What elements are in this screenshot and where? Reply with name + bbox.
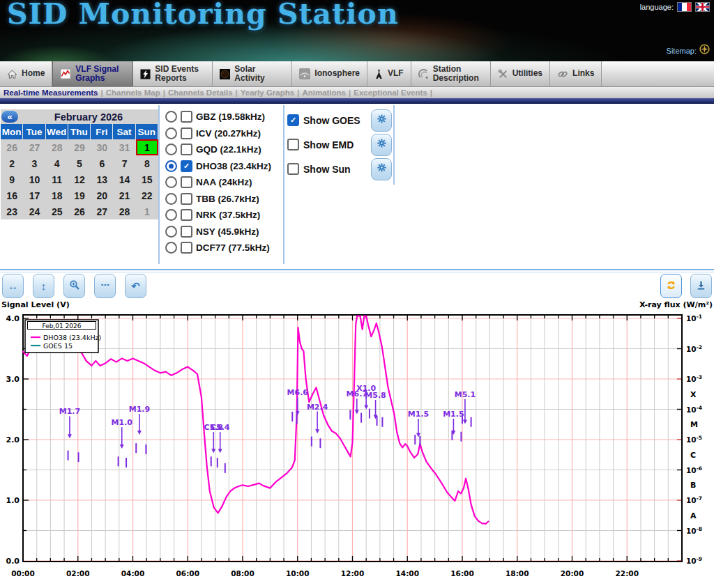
tab-label: VLF Signal Graphs [75, 65, 126, 83]
channel-label: ICV (20.27kHz) [196, 128, 261, 139]
calendar-prev-button[interactable]: « [1, 111, 18, 123]
tab-station-description[interactable]: Station Description [411, 61, 491, 86]
tab-utilities[interactable]: Utilities [491, 61, 550, 86]
show-emd-settings-button[interactable] [371, 134, 392, 156]
calendar-day[interactable]: 18 [46, 187, 68, 203]
channel-radio[interactable] [165, 144, 177, 155]
channel-radio[interactable] [165, 193, 177, 205]
calendar-day[interactable]: 5 [68, 155, 91, 171]
show-sun-settings-button[interactable] [371, 158, 392, 180]
channel-radio[interactable] [165, 209, 177, 221]
subnav-item-channels-map[interactable]: Channels Map [106, 88, 160, 97]
calendar-day[interactable]: 14 [113, 171, 135, 187]
calendar-day-header: Wed [46, 124, 68, 139]
show-sun-checkbox[interactable] [287, 163, 299, 175]
calendar-day[interactable]: 23 [1, 203, 23, 219]
calendar-day[interactable]: 13 [91, 171, 113, 187]
channel-radio[interactable] [165, 226, 177, 238]
svg-text:GOES 15: GOES 15 [43, 342, 73, 350]
subnav-item-channels-details[interactable]: Channels Details [168, 88, 233, 97]
channel-checkbox[interactable] [181, 226, 192, 238]
channel-checkbox[interactable] [181, 209, 192, 221]
calendar-day[interactable]: 3 [23, 155, 45, 171]
calendar-day[interactable]: 8 [136, 155, 158, 171]
calendar-day[interactable]: 4 [46, 155, 68, 171]
channel-radio[interactable] [165, 242, 177, 254]
tab-vlf[interactable]: VLF [367, 61, 411, 86]
calendar-day[interactable]: 21 [113, 187, 135, 203]
site-header: SID Monitoring Station language: Sitemap… [0, 0, 714, 61]
channel-checkbox[interactable]: ✓ [181, 160, 192, 172]
calendar: «February 2026MonTueWedThuFriSatSun26272… [1, 109, 158, 219]
calendar-day[interactable]: 28 [46, 139, 68, 155]
calendar-day[interactable]: 29 [68, 139, 91, 155]
calendar-day[interactable]: 6 [91, 155, 113, 171]
calendar-day-selected[interactable]: 1 [136, 139, 158, 155]
channel-label: GQD (22.1kHz) [196, 144, 261, 155]
refresh-button[interactable] [660, 274, 682, 298]
channel-radio[interactable] [165, 127, 177, 139]
subnav-item-exceptional-events[interactable]: Exceptional Events [354, 88, 427, 97]
tab-ionosphere[interactable]: Ionosphere [292, 61, 367, 86]
calendar-day[interactable]: 11 [46, 171, 68, 187]
calendar-day[interactable]: 19 [68, 187, 91, 203]
pan-vertical-button[interactable]: ↕ [33, 274, 54, 298]
show-goes-checkbox[interactable]: ✓ [287, 114, 299, 126]
subnav-separator: | [297, 88, 299, 97]
subnav-item-animations[interactable]: Animations [302, 88, 346, 97]
channel-radio[interactable] [165, 111, 177, 123]
svg-text:10-3: 10-3 [686, 374, 702, 383]
subnav-item-yearly-graphs[interactable]: Yearly Graphs [241, 88, 294, 97]
links-icon [557, 69, 568, 79]
channel-checkbox[interactable] [181, 242, 192, 254]
svg-text:00:00: 00:00 [11, 569, 34, 578]
channel-checkbox[interactable] [181, 144, 192, 155]
subnav-item-real-time-measurements[interactable]: Real-time Measurements [3, 88, 98, 97]
tab-solar-activity[interactable]: Solar Activity [213, 61, 292, 86]
sitemap-link[interactable]: Sitemap: [667, 44, 710, 57]
calendar-day[interactable]: 27 [91, 203, 113, 219]
calendar-day-headers: MonTueWedThuFriSatSun [1, 124, 158, 139]
undo-button[interactable]: ↶ [125, 274, 146, 298]
channel-checkbox[interactable] [181, 127, 192, 139]
calendar-day[interactable]: 15 [136, 171, 158, 187]
calendar-day[interactable]: 25 [46, 203, 68, 219]
calendar-day[interactable]: 9 [1, 171, 23, 187]
uk-flag-icon[interactable] [695, 2, 710, 12]
channel-checkbox[interactable] [181, 111, 192, 123]
show-goes-settings-button[interactable] [371, 109, 392, 132]
calendar-day[interactable]: 27 [23, 139, 45, 155]
calendar-day[interactable]: 28 [113, 203, 135, 219]
calendar-day[interactable]: 30 [91, 139, 113, 155]
channel-checkbox[interactable] [181, 176, 192, 188]
channel-radio[interactable] [165, 160, 177, 172]
pan-horizontal-button[interactable]: ↔ [2, 274, 24, 298]
calendar-day[interactable]: 10 [23, 171, 45, 187]
tab-home[interactable]: Home [0, 61, 52, 86]
calendar-day[interactable]: 26 [1, 139, 23, 155]
tab-vlf-signal-graphs[interactable]: VLF Signal Graphs [52, 61, 133, 86]
channel-row-gqd: GQD (22.1kHz) [165, 141, 271, 158]
show-emd-checkbox[interactable] [287, 139, 299, 150]
calendar-day[interactable]: 2 [1, 155, 23, 171]
calendar-day[interactable]: 26 [68, 203, 91, 219]
tab-links[interactable]: Links [550, 61, 602, 86]
tab-sid-events-reports[interactable]: SID Events Reports [133, 61, 213, 86]
calendar-day[interactable]: 1 [136, 203, 158, 219]
calendar-day[interactable]: 16 [1, 187, 23, 203]
options-button[interactable] [94, 274, 116, 298]
channel-checkbox[interactable] [181, 193, 192, 205]
calendar-day[interactable]: 20 [91, 187, 113, 203]
calendar-day[interactable]: 12 [68, 171, 91, 187]
calendar-day[interactable]: 7 [113, 155, 135, 171]
channel-label: GBZ (19.58kHz) [196, 111, 265, 122]
channel-radio[interactable] [165, 176, 177, 188]
calendar-day[interactable]: 31 [113, 139, 135, 155]
tab-label: Utilities [512, 69, 542, 78]
zoom-button[interactable] [63, 274, 85, 298]
calendar-day[interactable]: 22 [136, 187, 158, 203]
calendar-day[interactable]: 17 [23, 187, 45, 203]
download-button[interactable] [690, 274, 712, 298]
calendar-day[interactable]: 24 [23, 203, 45, 219]
french-flag-icon[interactable] [677, 2, 692, 12]
